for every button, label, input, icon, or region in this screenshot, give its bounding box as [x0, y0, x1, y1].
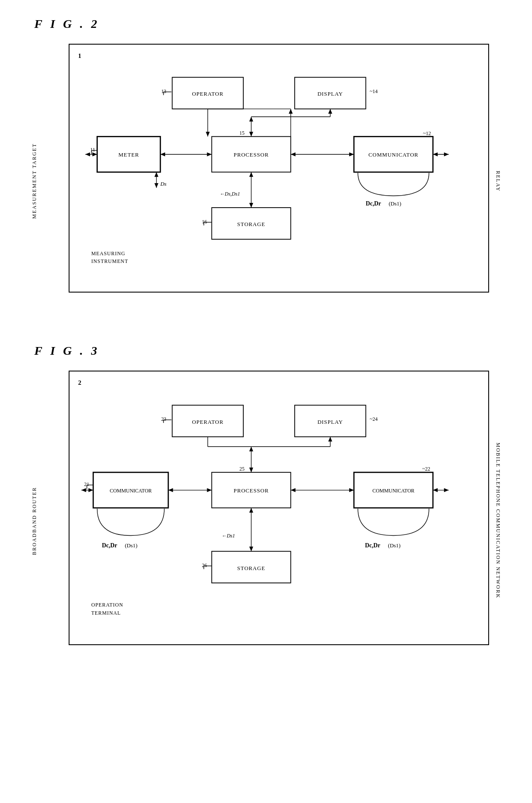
svg-marker-99	[349, 488, 354, 492]
svg-marker-25	[206, 132, 210, 136]
fig3-section: F I G . 3 BROADBAND ROUTER 2 OPERATOR 23…	[26, 344, 506, 671]
svg-marker-30	[249, 132, 253, 136]
svg-text:Ds: Ds	[160, 181, 166, 187]
fig3-right-label: MOBILE TELEPHONE COMMUNICATION NETWORK	[489, 371, 506, 671]
svg-marker-36	[85, 152, 90, 156]
fig3-left-label: BROADBAND ROUTER	[26, 371, 43, 671]
svg-text:DISPLAY: DISPLAY	[317, 419, 343, 425]
svg-marker-42	[444, 152, 449, 156]
svg-text:25: 25	[239, 466, 245, 472]
svg-marker-86	[249, 468, 253, 472]
svg-marker-34	[207, 152, 212, 156]
svg-text:Dc,Dr: Dc,Dr	[365, 542, 381, 549]
fig2-right-label: RELAY	[489, 44, 506, 318]
svg-text:TERMINAL: TERMINAL	[91, 610, 121, 616]
svg-marker-89	[328, 437, 332, 441]
fig3-svg: OPERATOR 23 DISPLAY ~24 PROCESSOR 25 COM…	[70, 371, 488, 644]
svg-marker-46	[249, 203, 253, 208]
svg-marker-58	[328, 109, 332, 114]
svg-marker-92	[168, 488, 173, 492]
svg-marker-96	[88, 488, 93, 492]
svg-marker-90	[249, 447, 253, 451]
svg-marker-104	[249, 508, 253, 513]
fig2-section: F I G . 2 MEASUREMENT TARGET 1 OPERATOR …	[26, 17, 506, 318]
svg-text:METER: METER	[118, 152, 139, 158]
svg-marker-31	[249, 117, 253, 121]
svg-marker-50	[154, 172, 158, 177]
svg-text:←Ds1: ←Ds1	[221, 533, 235, 539]
svg-text:STORAGE: STORAGE	[237, 221, 266, 227]
svg-text:COMMUNICATOR: COMMUNICATOR	[369, 152, 419, 158]
svg-marker-49	[154, 183, 158, 188]
svg-text:(Ds1): (Ds1)	[125, 543, 137, 549]
fig2-left-label: MEASUREMENT TARGET	[26, 44, 43, 318]
svg-text:PROCESSOR: PROCESSOR	[234, 488, 269, 494]
fig3-diagram: 2 OPERATOR 23 DISPLAY ~24 PROCESSOR 25 C…	[69, 371, 489, 645]
svg-text:PROCESSOR: PROCESSOR	[234, 152, 269, 158]
svg-text:26: 26	[202, 562, 207, 568]
svg-text:15: 15	[239, 130, 245, 136]
svg-text:Dc,Dr: Dc,Dr	[102, 542, 118, 549]
svg-marker-39	[291, 152, 296, 156]
svg-marker-101	[444, 488, 449, 492]
svg-marker-27	[289, 109, 293, 114]
svg-text:Dc,Dr: Dc,Dr	[366, 200, 381, 207]
svg-marker-93	[207, 488, 212, 492]
svg-text:11: 11	[90, 147, 95, 153]
svg-text:OPERATOR: OPERATOR	[192, 91, 224, 97]
svg-text:(Ds1): (Ds1)	[389, 201, 401, 207]
fig2-svg: OPERATOR 13 DISPLAY ~14 PROCESSOR 15 MET…	[70, 45, 488, 292]
svg-text:16: 16	[202, 219, 207, 225]
svg-marker-43	[433, 152, 438, 156]
svg-text:COMMUNICATOR: COMMUNICATOR	[110, 488, 152, 494]
svg-marker-98	[291, 488, 296, 492]
svg-marker-45	[249, 172, 253, 177]
svg-marker-95	[82, 488, 86, 492]
svg-marker-102	[433, 488, 438, 492]
svg-text:COMMUNICATOR: COMMUNICATOR	[372, 488, 414, 494]
fig2-label: F I G . 2	[34, 17, 506, 31]
fig2-diagram: 1 OPERATOR 13 DISPLAY ~14 PROCESSOR 15	[69, 44, 489, 293]
svg-text:MEASURING: MEASURING	[91, 251, 125, 257]
svg-text:DISPLAY: DISPLAY	[317, 91, 343, 97]
svg-text:~24: ~24	[370, 416, 378, 422]
svg-marker-105	[249, 546, 253, 551]
svg-marker-40	[349, 152, 354, 156]
svg-marker-33	[160, 152, 165, 156]
svg-text:STORAGE: STORAGE	[237, 565, 266, 571]
svg-text:OPERATION: OPERATION	[91, 602, 124, 608]
svg-text:~14: ~14	[370, 88, 378, 94]
svg-text:←Ds,Ds1: ←Ds,Ds1	[220, 191, 240, 197]
fig3-label: F I G . 3	[34, 344, 506, 358]
svg-text:(Ds1): (Ds1)	[388, 543, 400, 549]
svg-text:INSTRUMENT: INSTRUMENT	[91, 258, 128, 264]
svg-marker-37	[92, 152, 97, 156]
svg-text:OPERATOR: OPERATOR	[192, 419, 224, 425]
svg-text:~22: ~22	[422, 466, 430, 472]
svg-text:~12: ~12	[423, 130, 431, 136]
